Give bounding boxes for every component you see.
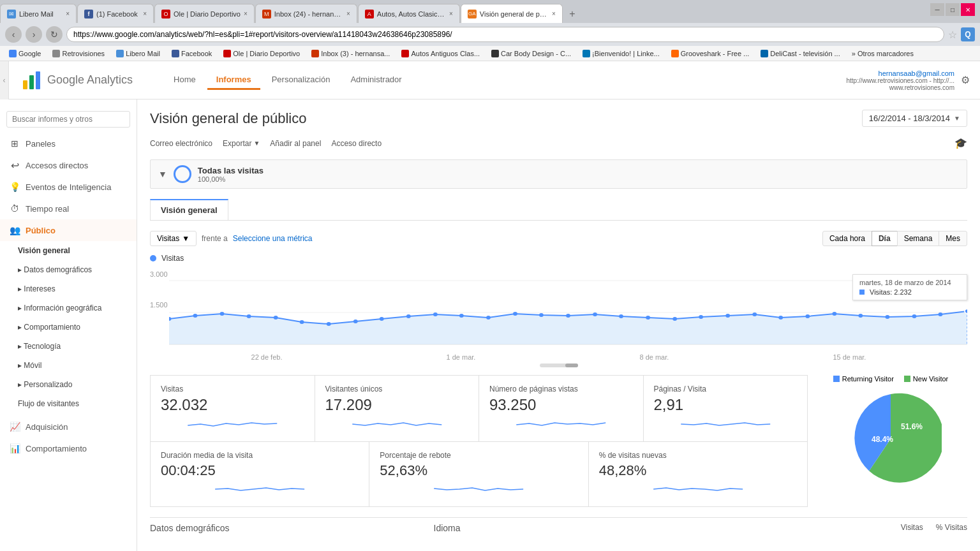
time-btn-cada-hora[interactable]: Cada hora [822, 231, 872, 246]
settings-icon[interactable]: ⚙ [961, 74, 970, 86]
metric-value-paginas: 93.250 [489, 396, 633, 414]
sidebar-item-movil[interactable]: ▸ Móvil [0, 356, 137, 375]
bookmark-autos[interactable]: Autos Antiguos Clas... [397, 48, 484, 59]
chart-point [672, 317, 677, 321]
tooltip-color-indicator [859, 290, 865, 295]
metric-dropdown-button[interactable]: Visitas ▼ [150, 231, 197, 246]
tab-close-autos[interactable]: × [449, 10, 453, 17]
sidebar-item-comportamiento[interactable]: ▸ Comportamiento [0, 318, 137, 337]
chart-point [778, 316, 783, 320]
new-tab-button[interactable]: + [563, 5, 581, 23]
help-icon[interactable]: 🎓 [954, 137, 967, 149]
bookmark-others[interactable]: » Otros marcadores [848, 48, 917, 59]
reload-button[interactable]: ↻ [46, 26, 63, 43]
time-btn-semana[interactable]: Semana [897, 231, 940, 246]
tab-close-ga[interactable]: × [552, 10, 556, 17]
add-panel-label: Añadir al panel [270, 139, 321, 148]
user-url: http://www.retrovisiones.com - http://..… [846, 77, 954, 84]
time-btn-mes[interactable]: Mes [939, 231, 967, 246]
user-email[interactable]: hernansaab@gmail.com [846, 70, 954, 77]
metric-selector: Visitas ▼ frente a Seleccione una métric… [150, 231, 312, 246]
bookmark-google[interactable]: Google [5, 48, 45, 59]
nav-home[interactable]: Home [165, 71, 205, 90]
tab-ole[interactable]: O Ole | Diario Deportivo × [154, 4, 255, 23]
tab-autos[interactable]: A Autos, Autos Clasicos de... × [358, 4, 460, 23]
tab-close-ole[interactable]: × [244, 10, 248, 17]
metric-spark-paginas [489, 418, 633, 430]
bookmark-retrovisiones[interactable]: Retrovisiones [48, 48, 108, 59]
sidebar-label-comportamiento2: Comportamiento [26, 444, 87, 453]
sidebar-item-intereses[interactable]: ▸ Intereses [0, 279, 137, 298]
bookmark-star-icon[interactable]: ☆ [948, 29, 957, 41]
bookmark-facebook[interactable]: Facebook [168, 48, 216, 59]
sidebar-item-personalizado[interactable]: ▸ Personalizado [0, 375, 137, 394]
pie-svg-container: 48.4% 51.6% [814, 388, 967, 490]
bookmark-linkedin[interactable]: ¡Bienvenido! | Linke... [579, 48, 664, 59]
tab-inbox[interactable]: M Inbox (24) - hernansaab@... × [255, 4, 357, 23]
tooltip-value: Visitas: 2.232 [870, 288, 912, 296]
date-range-caret-icon: ▼ [954, 115, 960, 122]
sidebar-item-flujo[interactable]: Flujo de visitantes [0, 394, 137, 413]
direct-access-button[interactable]: Acceso directo [331, 139, 382, 148]
add-panel-button[interactable]: Añadir al panel [270, 139, 321, 148]
bookmark-label-retro: Retrovisiones [62, 50, 105, 57]
close-button[interactable]: ✕ [961, 3, 975, 16]
legend-label-visitas: Visitas [161, 254, 184, 263]
bookmark-carbody[interactable]: Car Body Design - C... [487, 48, 575, 59]
segment-chevron-icon[interactable]: ▼ [158, 169, 167, 179]
metric-visitas: Visitas 32.032 [151, 376, 315, 441]
sidebar-item-inteligencia[interactable]: 💡 Eventos de Inteligencia [0, 176, 137, 198]
nav-personalizacion[interactable]: Personalización [263, 71, 339, 90]
sidebar-item-paneles[interactable]: ⊞ Paneles [0, 133, 137, 154]
ga-logo: Google Analytics [22, 70, 133, 91]
date-range-selector[interactable]: 16/2/2014 - 18/3/2014 ▼ [862, 110, 967, 127]
bookmark-grooveshark[interactable]: Grooveshark - Free ... [667, 48, 754, 59]
tab-facebook[interactable]: f (1) Facebook × [77, 4, 154, 23]
ext-q-button[interactable]: Q [961, 27, 975, 41]
bookmark-label-others: » Otros marcadores [852, 50, 914, 57]
chart-point [725, 314, 730, 318]
sidebar-item-accesos[interactable]: ↩ Accesos directos [0, 154, 137, 176]
tab-libero[interactable]: ✉ Libero Mail × [0, 4, 77, 23]
bookmark-delicast[interactable]: DeliCast - televisión ... [757, 48, 843, 59]
nav-administrador[interactable]: Administrador [341, 71, 410, 90]
sidebar-item-publico[interactable]: 👥 Público [0, 219, 137, 241]
nav-informes[interactable]: Informes [207, 71, 260, 90]
metric-spark-visitantes [325, 418, 469, 430]
time-btn-dia[interactable]: Día [872, 231, 898, 246]
maximize-button[interactable]: □ [946, 3, 960, 16]
bookmark-libero[interactable]: Libero Mail [112, 48, 164, 59]
sidebar-item-comportamiento2[interactable]: 📊 Comportamiento [0, 437, 137, 459]
sidebar-item-geografia[interactable]: ▸ Información geográfica [0, 298, 137, 318]
tab-vision-general[interactable]: Visión general [150, 199, 228, 220]
bookmark-ole[interactable]: Ole | Diario Deportivo [219, 48, 304, 59]
bookmark-inbox[interactable]: Inbox (3) - hernansa... [308, 48, 394, 59]
tab-close-facebook[interactable]: × [143, 10, 147, 17]
sidebar-label-publico: Público [26, 226, 56, 235]
forward-button[interactable]: › [26, 26, 42, 43]
select-metric-link[interactable]: Seleccione una métrica [233, 234, 313, 243]
sidebar-item-adquisicion[interactable]: 📈 Adquisición [0, 416, 137, 437]
paneles-icon: ⊞ [9, 138, 20, 149]
tab-close-libero[interactable]: × [66, 10, 70, 17]
chart-scroll-handle[interactable] [540, 364, 578, 367]
sidebar-item-vision-general[interactable]: Visión general [0, 241, 137, 260]
export-caret-icon: ▼ [253, 140, 260, 147]
chart-point [752, 312, 757, 316]
tab-ga[interactable]: GA Visión general de público × [461, 4, 563, 23]
sidebar-label-movil: ▸ Móvil [18, 361, 41, 370]
sidebar-search-input[interactable] [6, 111, 130, 128]
tab-title-ole: Ole | Diario Deportivo [174, 10, 241, 18]
tab-close-inbox[interactable]: × [346, 10, 350, 17]
export-button[interactable]: Exportar ▼ [223, 139, 260, 148]
minimize-button[interactable]: ─ [930, 3, 944, 16]
email-button[interactable]: Correo electrónico [150, 139, 212, 148]
sidebar-item-datos-demo[interactable]: ▸ Datos demográficos [0, 260, 137, 279]
sidebar-item-tiempo[interactable]: ⏱ Tiempo real [0, 198, 137, 219]
chart-svg [169, 268, 967, 351]
back-button[interactable]: ‹ [5, 26, 22, 43]
sidebar-item-tecnologia[interactable]: ▸ Tecnología [0, 337, 137, 356]
pie-new-pct-text: 51.6% [901, 422, 923, 431]
address-input[interactable] [66, 27, 944, 42]
sidebar-collapse-button[interactable]: ‹ [0, 61, 9, 99]
